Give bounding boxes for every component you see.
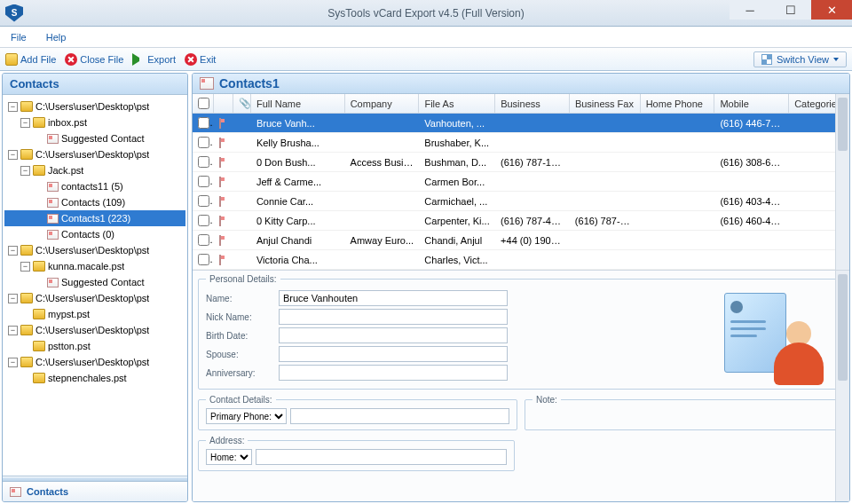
cell-fax: (616) 787-7109	[570, 216, 641, 226]
tree-node[interactable]: −C:\Users\user\Desktop\pst	[4, 322, 185, 338]
row-checkbox[interactable]	[198, 215, 209, 226]
col-business[interactable]: Business	[495, 94, 570, 113]
tree-node[interactable]: stepnenchales.pst	[4, 370, 185, 386]
birthdate-field[interactable]	[279, 327, 508, 343]
folder-tree[interactable]: −C:\Users\user\Desktop\pst −inbox.pst Su…	[3, 95, 187, 476]
cell-fileas: Carmen Bor...	[419, 177, 495, 187]
tree-node-selected[interactable]: Contacts1 (223)	[4, 210, 185, 226]
contact-icon	[10, 487, 21, 497]
grid-icon	[761, 54, 772, 65]
switch-view-button[interactable]: Switch View	[753, 51, 847, 67]
contact-icon	[47, 214, 59, 224]
cell-mobile: (616) 403-4080	[714, 196, 789, 207]
col-fileas[interactable]: File As	[419, 94, 495, 113]
col-mobile[interactable]: Mobile	[714, 94, 789, 113]
name-field[interactable]	[279, 290, 508, 306]
folder-open-icon	[5, 53, 18, 66]
row-checkbox[interactable]	[198, 195, 209, 207]
col-fax[interactable]: Business Fax	[570, 94, 641, 113]
app-icon	[5, 4, 23, 22]
cell-fullname: 0 Don Bush...	[251, 157, 345, 168]
cell-fileas: Brushaber, K...	[419, 138, 495, 148]
table-row[interactable]: Bruce Vanh...Vanhouten, ...(616) 446-775…	[193, 114, 849, 133]
tree-node[interactable]: Suggested Contact	[4, 274, 185, 290]
contact-details-group: Contact Details: Primary Phone:	[198, 395, 517, 430]
row-checkbox[interactable]	[198, 176, 209, 187]
export-button[interactable]: Export	[132, 53, 176, 66]
col-home[interactable]: Home Phone	[641, 94, 715, 113]
menu-file[interactable]: File	[11, 32, 27, 43]
address-field[interactable]	[256, 449, 507, 465]
tree-node[interactable]: −C:\Users\user\Desktop\pst	[4, 290, 185, 306]
address-legend: Address:	[206, 436, 248, 445]
close-button[interactable]: ✕	[811, 0, 852, 20]
table-row[interactable]: Jeff & Carme...Carmen Bor...	[193, 172, 849, 192]
contact-legend: Contact Details:	[206, 395, 276, 405]
tree-node[interactable]: contacts11 (5)	[4, 178, 185, 194]
exit-button[interactable]: Exit	[185, 53, 216, 66]
tree-node[interactable]: Contacts (0)	[4, 226, 185, 242]
select-all-checkbox[interactable]	[198, 98, 209, 109]
table-row[interactable]: Anjul ChandiAmway Euro...Chandi, Anjul+4…	[193, 231, 849, 250]
details-scrollbar[interactable]	[835, 271, 849, 501]
tree-node[interactable]: −C:\Users\user\Desktop\pst	[4, 354, 185, 370]
maximize-button[interactable]: ☐	[770, 0, 811, 20]
row-checkbox[interactable]	[198, 234, 209, 246]
tree-node[interactable]: −C:\Users\user\Desktop\pst	[4, 146, 185, 162]
cell-fullname: Bruce Vanh...	[251, 118, 345, 129]
tree-node[interactable]: −C:\Users\user\Desktop\pst	[4, 98, 185, 114]
nickname-field[interactable]	[279, 309, 508, 325]
cell-fullname: Anjul Chandi	[251, 235, 345, 246]
col-checkbox[interactable]	[193, 94, 214, 113]
close-file-button[interactable]: Close File	[65, 53, 123, 66]
table-row[interactable]: Kelly Brusha...Brushaber, K...	[193, 133, 849, 153]
panel-title: Contacts1	[219, 76, 280, 91]
toolbar: Add File Close File Export Exit Switch V…	[0, 48, 852, 71]
table-row[interactable]: 0 Don Bush...Access Busin...Bushman, D..…	[193, 153, 849, 172]
table-row[interactable]: Victoria Cha...Charles, Vict...	[193, 250, 849, 270]
folder-icon	[20, 245, 33, 256]
menu-help[interactable]: Help	[46, 32, 67, 43]
folder-icon	[20, 149, 33, 160]
cell-fileas: Bushman, D...	[419, 157, 495, 168]
grid-scrollbar[interactable]	[835, 94, 849, 270]
cell-mobile: (616) 460-4560	[714, 216, 789, 226]
table-row[interactable]: Connie Car...Carmichael, ...(616) 403-40…	[193, 192, 849, 211]
cell-company: Access Busin...	[345, 157, 420, 168]
contact-icon	[219, 196, 221, 207]
primary-phone-field[interactable]	[290, 408, 509, 424]
tree-node[interactable]: pstton.pst	[4, 338, 185, 354]
contacts-grid: 📎 Full Name Company File As Business Bus…	[193, 94, 849, 271]
col-fullname[interactable]: Full Name	[251, 94, 345, 113]
row-checkbox[interactable]	[198, 254, 209, 265]
tree-node[interactable]: Suggested Contact	[4, 130, 185, 146]
table-row[interactable]: 0 Kitty Carp...Carpenter, Ki...(616) 787…	[193, 211, 849, 231]
col-company[interactable]: Company	[345, 94, 420, 113]
left-pane: Contacts −C:\Users\user\Desktop\pst −inb…	[2, 73, 188, 502]
titlebar: SysTools vCard Export v4.5 (Full Version…	[0, 0, 852, 27]
tree-node[interactable]: mypst.pst	[4, 306, 185, 322]
row-checkbox[interactable]	[198, 156, 209, 168]
add-file-button[interactable]: Add File	[5, 53, 56, 66]
row-checkbox[interactable]	[198, 137, 209, 148]
tree-node[interactable]: −kunna.macale.pst	[4, 258, 185, 274]
folder-icon	[33, 341, 45, 351]
minimize-button[interactable]: ─	[730, 0, 770, 20]
folder-icon	[33, 165, 45, 176]
tree-node[interactable]: −inbox.pst	[4, 114, 185, 130]
row-checkbox[interactable]	[198, 117, 209, 129]
cell-mobile: (616) 308-6476	[714, 157, 789, 168]
folder-icon	[33, 373, 45, 383]
sidebar-heading: Contacts	[3, 74, 187, 95]
primary-phone-select[interactable]: Primary Phone:	[206, 408, 287, 424]
spouse-field[interactable]	[279, 346, 508, 362]
anniversary-field[interactable]	[279, 365, 508, 381]
exit-icon	[185, 53, 197, 66]
contacts-nav-button[interactable]: Contacts	[3, 482, 187, 501]
folder-icon	[20, 357, 33, 367]
address-type-select[interactable]: Home:	[206, 449, 252, 465]
contact-icon	[47, 230, 59, 240]
tree-node[interactable]: −Jack.pst	[4, 162, 185, 178]
tree-node[interactable]: Contacts (109)	[4, 194, 185, 210]
tree-node[interactable]: −C:\Users\user\Desktop\pst	[4, 242, 185, 258]
